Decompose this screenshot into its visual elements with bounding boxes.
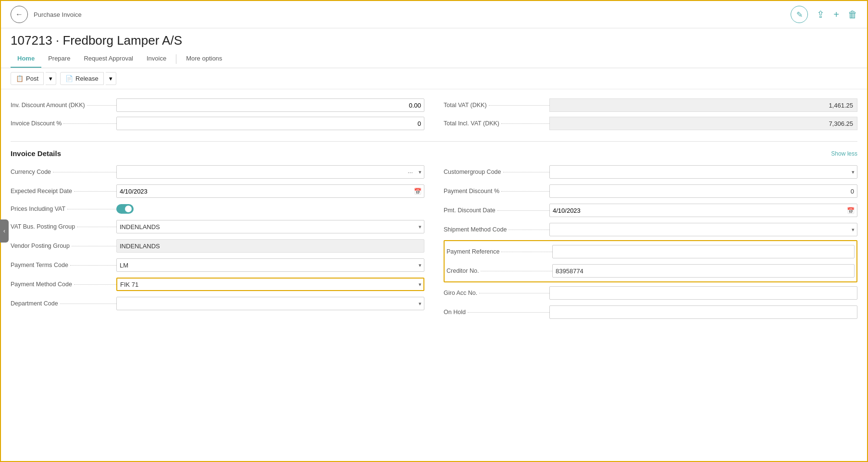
pmt-discount-date-wrapper: 📅 bbox=[549, 204, 857, 217]
edit-icon: ✎ bbox=[796, 10, 803, 19]
summary-section: Inv. Discount Amount (DKK) Invoice Disco… bbox=[1, 89, 867, 136]
vendor-posting-group-input bbox=[116, 239, 424, 253]
post-button[interactable]: 📋 Post bbox=[11, 72, 44, 85]
vat-bus-posting-group-select[interactable]: INDENLANDS bbox=[116, 220, 424, 233]
edit-button[interactable]: ✎ bbox=[791, 6, 808, 23]
vat-bus-posting-group-row: VAT Bus. Posting Group INDENLANDS ▾ bbox=[11, 217, 424, 236]
summary-left-col: Inv. Discount Amount (DKK) Invoice Disco… bbox=[11, 96, 424, 133]
invoice-discount-pct-row: Invoice Discount % bbox=[11, 114, 424, 133]
post-dropdown-icon: ▾ bbox=[49, 75, 52, 82]
department-code-select[interactable] bbox=[116, 297, 424, 310]
payment-discount-pct-row: Payment Discount % bbox=[444, 182, 857, 201]
shipment-method-code-wrapper: ▾ bbox=[549, 223, 857, 236]
nav-divider bbox=[176, 54, 176, 64]
left-panel-toggle[interactable]: ‹ bbox=[0, 219, 9, 243]
action-bar: 📋 Post ▾ 📄 Release ▾ bbox=[1, 68, 867, 89]
summary-grid: Inv. Discount Amount (DKK) Invoice Disco… bbox=[11, 94, 857, 136]
on-hold-input[interactable] bbox=[549, 305, 857, 319]
tab-more-options[interactable]: More options bbox=[179, 50, 229, 68]
currency-extra-btn[interactable]: ··· bbox=[408, 169, 413, 176]
currency-code-row: Currency Code ··· ▾ bbox=[11, 162, 424, 182]
release-dropdown-button[interactable]: ▾ bbox=[106, 72, 116, 85]
on-hold-label: On Hold bbox=[444, 309, 549, 316]
release-button[interactable]: 📄 Release bbox=[60, 72, 104, 85]
giro-acc-no-input[interactable] bbox=[549, 286, 857, 300]
total-vat-value: 1,461.25 bbox=[549, 98, 857, 112]
shipment-method-code-select[interactable] bbox=[549, 223, 857, 236]
currency-code-select[interactable] bbox=[116, 165, 424, 179]
pmt-discount-date-row: Pmt. Discount Date 📅 bbox=[444, 201, 857, 220]
giro-acc-no-label: Giro Acc No. bbox=[444, 290, 549, 296]
payment-method-code-row: Payment Method Code FIK 71 ▾ bbox=[11, 275, 424, 294]
top-bar: ← Purchase Invoice ✎ ⇪ + 🗑 bbox=[1, 1, 867, 28]
giro-acc-no-row: Giro Acc No. bbox=[444, 283, 857, 303]
post-dropdown-button[interactable]: ▾ bbox=[46, 72, 56, 85]
share-button[interactable]: ⇪ bbox=[817, 9, 825, 20]
customergroup-code-label: Customergroup Code bbox=[444, 169, 549, 175]
vendor-posting-group-row: Vendor Posting Group bbox=[11, 236, 424, 255]
prices-including-vat-toggle[interactable] bbox=[116, 204, 134, 214]
back-button[interactable]: ← bbox=[11, 6, 28, 23]
inv-discount-amount-input[interactable] bbox=[116, 98, 424, 112]
total-incl-vat-row: Total Incl. VAT (DKK) 7,306.25 bbox=[444, 114, 857, 133]
prices-including-vat-label: Prices Including VAT bbox=[11, 206, 116, 212]
payment-creditor-group: Payment Reference Creditor No. bbox=[444, 240, 857, 282]
expected-receipt-date-input[interactable] bbox=[116, 184, 424, 198]
delete-button[interactable]: 🗑 bbox=[848, 9, 857, 20]
shipment-method-code-row: Shipment Method Code ▾ bbox=[444, 220, 857, 239]
inv-discount-row: Inv. Discount Amount (DKK) bbox=[11, 96, 424, 114]
pmt-discount-date-input[interactable] bbox=[549, 204, 857, 217]
invoice-details-title: Invoice Details bbox=[11, 149, 61, 158]
tab-prepare[interactable]: Prepare bbox=[41, 50, 77, 68]
invoice-details-right-col: Customergroup Code ▾ Payment Discount % … bbox=[444, 162, 857, 322]
invoice-details-left-col: Currency Code ··· ▾ Expected Receipt Dat… bbox=[11, 162, 424, 322]
vendor-posting-group-label: Vendor Posting Group bbox=[11, 243, 116, 249]
payment-terms-code-row: Payment Terms Code LM ▾ bbox=[11, 255, 424, 275]
vat-bus-posting-group-wrapper: INDENLANDS ▾ bbox=[116, 220, 424, 233]
tab-invoice[interactable]: Invoice bbox=[140, 50, 173, 68]
total-vat-row: Total VAT (DKK) 1,461.25 bbox=[444, 96, 857, 114]
prices-including-vat-row: Prices Including VAT bbox=[11, 201, 424, 217]
invoice-discount-pct-input[interactable] bbox=[116, 117, 424, 130]
creditor-no-label: Creditor No. bbox=[446, 267, 552, 274]
customergroup-code-select[interactable] bbox=[549, 165, 857, 179]
payment-reference-input[interactable] bbox=[552, 245, 855, 258]
payment-method-code-wrapper: FIK 71 ▾ bbox=[116, 278, 424, 291]
post-label: Post bbox=[26, 75, 38, 82]
on-hold-row: On Hold bbox=[444, 303, 857, 322]
payment-terms-code-select[interactable]: LM bbox=[116, 258, 424, 272]
post-icon: 📋 bbox=[16, 75, 24, 82]
payment-method-code-label: Payment Method Code bbox=[11, 281, 116, 288]
invoice-details-section: Invoice Details Show less Currency Code … bbox=[1, 136, 867, 322]
shipment-method-code-label: Shipment Method Code bbox=[444, 226, 549, 233]
add-button[interactable]: + bbox=[833, 9, 839, 20]
currency-code-wrapper: ··· ▾ bbox=[116, 165, 424, 179]
toolbar-icons: ✎ ⇪ + 🗑 bbox=[791, 6, 857, 23]
department-code-wrapper: ▾ bbox=[116, 297, 424, 310]
tab-request-approval[interactable]: Request Approval bbox=[77, 50, 140, 68]
payment-discount-pct-input[interactable] bbox=[549, 184, 857, 198]
total-vat-label: Total VAT (DKK) bbox=[444, 102, 549, 109]
vat-bus-posting-group-label: VAT Bus. Posting Group bbox=[11, 223, 116, 230]
tab-home[interactable]: Home bbox=[11, 50, 41, 68]
customergroup-code-row: Customergroup Code ▾ bbox=[444, 162, 857, 182]
payment-terms-code-wrapper: LM ▾ bbox=[116, 258, 424, 272]
page-title: 107213 · Fredborg Lamper A/S bbox=[1, 28, 867, 50]
payment-reference-row: Payment Reference bbox=[446, 242, 855, 261]
release-label: Release bbox=[75, 75, 99, 82]
show-less-link[interactable]: Show less bbox=[831, 150, 857, 157]
department-code-row: Department Code ▾ bbox=[11, 294, 424, 313]
total-incl-vat-label: Total Incl. VAT (DKK) bbox=[444, 120, 549, 127]
creditor-no-input[interactable] bbox=[552, 264, 855, 278]
back-icon: ← bbox=[15, 10, 23, 19]
expected-receipt-date-row: Expected Receipt Date 📅 bbox=[11, 182, 424, 201]
breadcrumb: Purchase Invoice bbox=[34, 11, 785, 18]
currency-code-label: Currency Code bbox=[11, 169, 116, 175]
pmt-discount-date-label: Pmt. Discount Date bbox=[444, 207, 549, 214]
customergroup-code-wrapper: ▾ bbox=[549, 165, 857, 179]
payment-discount-pct-label: Payment Discount % bbox=[444, 188, 549, 195]
payment-method-code-select[interactable]: FIK 71 bbox=[116, 278, 424, 291]
expected-receipt-date-wrapper: 📅 bbox=[116, 184, 424, 198]
payment-reference-label: Payment Reference bbox=[446, 248, 552, 255]
release-icon: 📄 bbox=[65, 75, 73, 82]
